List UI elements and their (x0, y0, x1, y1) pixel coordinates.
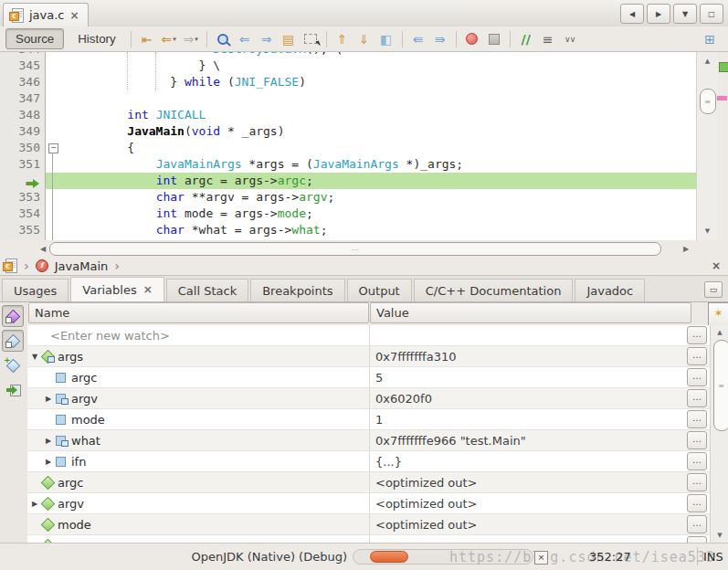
breadcrumb-close-icon[interactable]: × (712, 259, 721, 272)
back-icon[interactable]: ⇐▾ (158, 29, 180, 49)
toggle-bookmark-icon[interactable]: ◧ (375, 29, 397, 49)
value-edit-button[interactable]: … (687, 347, 707, 365)
float-editor-icon[interactable]: ⊞ (699, 29, 721, 49)
variable-value-cell[interactable]: 5 (369, 367, 683, 387)
code-area[interactable]: DestroyJavaVM(); \ } \ } while (JNI_FALS… (46, 52, 696, 240)
comment-icon[interactable]: // (515, 29, 537, 49)
code-line-345[interactable]: } \ (46, 58, 696, 74)
code-line-355[interactable]: char *what = args->what; (46, 222, 696, 238)
variable-row-what[interactable]: ▶what0x7fffffffe966 "test.Main"… (27, 430, 710, 451)
variable-name-cell[interactable]: ▶argv (27, 497, 369, 511)
code-line-352[interactable]: int argc = args->argc; (46, 173, 696, 189)
history-button[interactable]: History (68, 28, 125, 49)
gutter-line-349[interactable]: 349 (0, 123, 45, 140)
tab-close-icon[interactable]: × (143, 284, 153, 295)
show-watches-toggle[interactable] (2, 305, 24, 327)
scroll-left-icon[interactable]: ◀ (40, 245, 46, 253)
value-edit-button[interactable]: … (687, 494, 707, 512)
gutter-line-353[interactable]: 353 (0, 189, 45, 206)
uncomment-icon[interactable]: ≡ (537, 29, 559, 49)
show-pinned-watches-toggle[interactable] (2, 330, 24, 352)
variable-name-cell[interactable]: ▶what (27, 434, 369, 448)
scroll-down-icon[interactable]: ▼ (697, 227, 718, 235)
source-button[interactable]: Source (5, 28, 64, 49)
value-edit-button[interactable]: … (687, 536, 707, 543)
variable-name-cell[interactable]: mode (27, 518, 369, 532)
editor-tab-java-c[interactable]: java.c × (3, 3, 89, 26)
editor-gutter[interactable]: 344345346347348349350351353354355 (0, 52, 46, 240)
variable-value-cell[interactable]: 0x6020f0 (369, 388, 683, 408)
gutter-line-352[interactable] (0, 173, 45, 189)
tab-output[interactable]: Output (347, 279, 412, 301)
find-previous-icon[interactable]: ⇐ (234, 29, 256, 49)
tab-list-button[interactable]: ▼ (673, 4, 697, 24)
scroll-tabs-left-button[interactable]: ◀ (620, 4, 644, 24)
gutter-line-351[interactable]: 351 (0, 156, 45, 173)
tab-close-icon[interactable]: × (70, 10, 79, 21)
variable-row-args[interactable]: ▼args0x7fffffffa310… (27, 346, 710, 367)
variable-value-cell[interactable]: <optimized out> (369, 472, 683, 492)
tab-javadoc[interactable]: Javadoc (575, 279, 645, 301)
forward-icon[interactable]: ⇒▾ (180, 29, 202, 49)
scroll-right-icon[interactable]: ▶ (683, 245, 689, 253)
variable-value-cell[interactable]: 1 (369, 409, 683, 429)
code-line-347[interactable] (46, 90, 696, 107)
tab-usages[interactable]: Usages (2, 279, 69, 301)
variable-row-mode[interactable]: mode1… (27, 409, 710, 430)
code-line-346[interactable]: } while (JNI_FALSE) (46, 74, 696, 90)
variable-value-cell[interactable]: 0x7fffffffe966 "test.Main" (369, 430, 683, 450)
value-edit-button[interactable]: … (687, 473, 707, 491)
code-line-349[interactable]: JavaMain(void * _args) (46, 123, 696, 140)
column-header-name[interactable]: Name (28, 302, 369, 323)
variable-name-cell[interactable]: argc (27, 476, 369, 490)
maximize-window-button[interactable]: □ (700, 4, 723, 24)
expand-icon[interactable]: ▶ (29, 500, 40, 508)
current-line-stripe-mark[interactable] (717, 96, 727, 100)
error-stripe[interactable] (717, 52, 728, 240)
minimize-panel-button[interactable]: ▭ (704, 281, 723, 298)
stop-macro-recording-icon[interactable] (483, 29, 505, 49)
variable-row-argc[interactable]: argc5… (27, 367, 710, 388)
shift-right-icon[interactable]: ⇛ (429, 29, 451, 49)
evaluate-expression-button[interactable] (2, 379, 24, 401)
collapse-icon[interactable]: ▼ (29, 353, 40, 361)
variable-name-cell[interactable]: mode (27, 413, 369, 427)
variable-value-cell[interactable] (369, 325, 683, 345)
tab-c-c-documentation[interactable]: C/C++ Documentation (414, 279, 574, 301)
gutter-line-348[interactable]: 348 (0, 107, 45, 123)
dropdown-caret-icon[interactable]: ▾ (195, 36, 198, 43)
gutter-line-355[interactable]: 355 (0, 222, 45, 238)
variable-value-cell[interactable]: <optimized out> (369, 514, 683, 534)
tab-call-stack[interactable]: Call Stack (166, 279, 248, 301)
variable-name-cell[interactable]: ▶ifn (27, 455, 369, 469)
breadcrumb-item-javamain[interactable]: JavaMain (55, 259, 109, 273)
new-watch-placeholder[interactable]: <Enter new watch> (29, 329, 170, 343)
code-line-351[interactable]: JavaMainArgs *args = (JavaMainArgs *)_ar… (46, 156, 696, 173)
table-options-icon[interactable]: ✶ (708, 302, 728, 326)
fold-collapse-icon[interactable]: − (48, 143, 58, 153)
scroll-up-icon[interactable]: ▲ (711, 329, 728, 336)
more-toolbar-items-icon[interactable]: ∨∨ (559, 29, 581, 49)
editor-vscroll-thumb[interactable]: ≡ (700, 89, 716, 114)
gutter-line-347[interactable]: 347 (0, 90, 45, 107)
toggle-highlight-icon[interactable]: ▤ (278, 29, 300, 49)
gutter-line-350[interactable]: 350 (0, 140, 45, 156)
value-edit-button[interactable]: … (687, 431, 707, 449)
scroll-tabs-right-button[interactable]: ▶ (647, 4, 670, 24)
gutter-line-346[interactable]: 346 (0, 74, 45, 90)
expand-icon[interactable]: ▶ (43, 458, 54, 466)
value-edit-button[interactable]: … (687, 368, 707, 386)
gutter-line-354[interactable]: 354 (0, 206, 45, 222)
variable-row-argc[interactable]: argc<optimized out>… (27, 472, 710, 493)
gutter-line-345[interactable]: 345 (0, 58, 45, 74)
find-icon[interactable] (212, 29, 234, 49)
variables-vertical-scrollbar[interactable]: ▲ ≡ ▼ (710, 325, 728, 543)
scroll-up-icon[interactable]: ▲ (697, 58, 718, 65)
dropdown-caret-icon[interactable]: ▾ (173, 36, 176, 43)
value-edit-button[interactable]: … (687, 452, 707, 470)
variable-row-argv[interactable]: ▶argv0x6020f0… (27, 388, 710, 409)
editor-hscroll-thumb[interactable]: ⋯ (49, 242, 661, 256)
value-edit-button[interactable]: … (687, 515, 707, 533)
editor-horizontal-scrollbar[interactable]: ◀ ⋯ ▶ (0, 240, 728, 257)
variable-name-cell[interactable]: ▼args (27, 350, 369, 364)
